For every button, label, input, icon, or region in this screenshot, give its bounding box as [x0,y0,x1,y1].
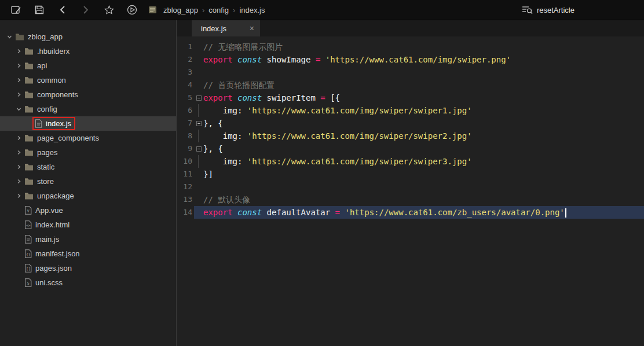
code-line[interactable]: 14export const defaultAvatar = 'https://… [177,206,644,219]
run-icon[interactable] [120,0,144,20]
tree-item-config[interactable]: config [0,102,176,116]
tree-item-label: api [37,61,47,70]
app-logo-icon[interactable] [5,0,28,20]
tab-close-icon[interactable]: × [250,24,254,33]
breadcrumb: zblog_app›config›index.js [163,6,265,14]
tree-item-pages[interactable]: pages [0,145,176,160]
line-number: 1 [177,41,194,53]
line-number: 12 [177,181,194,193]
sidebar: zblog_app.hbuilderxapicommoncomponentsco… [0,20,177,346]
code-line[interactable]: 2export const showImage = 'https://www.c… [177,53,644,66]
breadcrumb-item[interactable]: index.js [239,6,265,14]
chevron-right-icon[interactable] [14,92,23,97]
folder-icon [24,76,34,84]
line-number: 5 [177,91,194,104]
tree-item-label: config [37,105,57,113]
svg-text:[]: [] [26,267,31,271]
tab-index-js[interactable]: index.js × [192,20,260,36]
file-icon [35,119,42,128]
chevron-right-icon[interactable] [14,63,23,68]
line-number: 8 [177,130,194,142]
tab-bar: index.js × [177,20,644,36]
code-line[interactable]: 5export const swiperItem = [{ [177,91,644,104]
tree-item-label: App.vue [35,206,63,215]
chevron-right-icon[interactable] [14,135,23,141]
code-line[interactable]: 1// 无缩略图展示图片 [177,41,644,53]
chevron-down-icon[interactable] [14,106,23,112]
code-line[interactable]: 3 [177,66,644,79]
folder-icon [24,192,34,200]
code-text: img: 'https://www.cat61.com/img/swiper/s… [203,130,644,142]
folder-icon [24,178,34,185]
tree-item-components[interactable]: components [0,87,176,102]
chevron-right-icon[interactable] [14,164,23,170]
chevron-right-icon[interactable] [14,49,23,54]
chevron-down-icon[interactable] [5,34,14,39]
search-label[interactable]: resetArticle [537,6,575,14]
tree-item-label: components [37,90,78,99]
line-number: 3 [177,66,194,79]
file-icon: {} [24,249,32,258]
svg-text:V: V [27,209,30,214]
breadcrumb-separator-icon: › [232,6,236,14]
chevron-right-icon[interactable] [14,78,23,83]
tree-item-store[interactable]: store [0,174,176,189]
save-icon[interactable] [28,0,51,20]
tree-item-label: common [37,76,66,84]
star-icon[interactable] [97,0,120,20]
code-text: export const showImage = 'https://www.ca… [203,53,644,66]
back-icon[interactable] [51,0,74,20]
code-text: img: 'https://www.cat61.com/img/swiper/s… [203,155,644,168]
project-folder-icon [15,33,24,41]
tree-item-uni-scss[interactable]: Suni.scss [0,275,176,290]
tree-item-zblog-app[interactable]: zblog_app [0,30,176,44]
fold-spacer [194,206,203,219]
file-icon [24,235,32,244]
annotation-box: index.js [32,117,75,130]
fold-spacer [194,66,203,79]
tree-item-index-html[interactable]: <>index.html [0,218,176,232]
code-text: }] [203,168,644,181]
breadcrumb-item[interactable]: config [208,6,229,14]
tree-item-index-js[interactable]: index.js [0,116,176,131]
tree-item-manifest-json[interactable]: {}manifest.json [0,246,176,261]
tree-item-label: pages.json [35,264,72,273]
code-line[interactable]: 12 [177,181,644,193]
code-text: export const swiperItem = [{ [203,91,644,104]
code-line[interactable]: 7}, { [177,117,644,130]
code-line[interactable]: 6 img: 'https://www.cat61.com/img/swiper… [177,104,644,117]
fold-spacer [194,168,203,181]
tree-item-label: uni.scss [35,278,63,287]
tree-item-pages-json[interactable]: []pages.json [0,261,176,275]
chevron-right-icon[interactable] [14,179,23,184]
fold-marker-icon[interactable] [194,142,203,155]
breadcrumb-item[interactable]: zblog_app [163,6,198,14]
code-line[interactable]: 11}] [177,168,644,181]
tree-item-unpackage[interactable]: unpackage [0,189,176,203]
search-area[interactable]: resetArticle [522,5,575,14]
chevron-right-icon[interactable] [14,150,23,155]
tree-item-label: page_components [37,134,99,142]
code-line[interactable]: 8 img: 'https://www.cat61.com/img/swiper… [177,130,644,142]
tree-item-static[interactable]: static [0,160,176,174]
tree-item-common[interactable]: common [0,73,176,87]
fold-marker-icon[interactable] [194,91,203,104]
tree-item-page-components[interactable]: page_components [0,131,176,145]
forward-icon[interactable] [74,0,97,20]
code-line[interactable]: 13// 默认头像 [177,193,644,206]
tree-item-hbuilderx[interactable]: .hbuilderx [0,44,176,58]
file-icon: V [24,206,32,215]
code-line[interactable]: 9}, { [177,142,644,155]
code-line[interactable]: 4// 首页轮播图配置 [177,79,644,91]
tree-item-main-js[interactable]: main.js [0,232,176,246]
fold-marker-icon[interactable] [194,117,203,130]
tree-item-api[interactable]: api [0,58,176,73]
tree-item-label: main.js [35,235,59,244]
tree-item-app-vue[interactable]: VApp.vue [0,203,176,218]
search-list-icon [522,5,533,14]
code-area[interactable]: 1// 无缩略图展示图片2export const showImage = 'h… [177,36,644,346]
folder-icon [24,134,34,142]
tree-item-label: index.html [35,220,69,229]
chevron-right-icon[interactable] [14,193,23,198]
code-line[interactable]: 10 img: 'https://www.cat61.com/img/swipe… [177,155,644,168]
